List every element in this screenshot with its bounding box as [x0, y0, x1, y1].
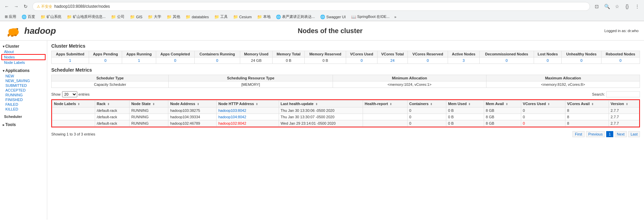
sidebar-applications-title[interactable]: Applications: [1, 68, 46, 74]
sidebar-item-about[interactable]: About: [1, 49, 46, 54]
sidebar-item-finished[interactable]: FINISHED: [1, 97, 46, 102]
url-bar[interactable]: ⚠ 不安全 hadoop103:8088/cluster/nodes: [32, 2, 590, 11]
cell-node-state-2: RUNNING: [130, 114, 168, 120]
first-page-button[interactable]: First: [572, 131, 584, 137]
bookmarks-bar: ⊞ 应用 🌐 百度 📁 矿山系统 📁 矿山地质环境信息... 📁 公司 📁 GI…: [0, 13, 644, 21]
bookmark-other[interactable]: 📁 其他: [165, 14, 182, 20]
cell-node-address-3: hadoop102:46789: [168, 120, 217, 127]
cell-node-http-3[interactable]: hadoop102:8042: [217, 120, 279, 127]
cell-containers-1: 0: [407, 107, 446, 114]
previous-page-button[interactable]: Previous: [586, 131, 605, 137]
cell-node-http-2[interactable]: hadoop104:8042: [217, 114, 279, 120]
bookmark-datatables[interactable]: 📁 datatables: [184, 14, 211, 20]
col-last-health-update[interactable]: Last health-update ⇕: [279, 100, 363, 107]
bookmark-gis[interactable]: 📁 GIS: [128, 14, 144, 20]
reload-button[interactable]: ↻: [22, 2, 30, 10]
col-node-state[interactable]: Node State ⇕: [130, 100, 168, 107]
svg-point-3: [8, 34, 9, 37]
sidebar-tools-title[interactable]: Tools: [1, 122, 46, 128]
cell-last-health-3: Wed Jan 29 23:14:01 -0500 2020: [279, 120, 363, 127]
bookmark-cesium[interactable]: 📁 Cesium: [231, 14, 254, 20]
pagination-controls: First Previous 1 Next Last: [572, 131, 640, 137]
bookmark-kuangshan-dizhi[interactable]: 📁 矿山地质环境信息...: [65, 14, 108, 20]
more-icon[interactable]: ⋮: [633, 2, 641, 10]
col-containers[interactable]: Containers ⇕: [407, 100, 446, 107]
bookmark-biaoyanshu[interactable]: 🌐 表严肃讲正则表达...: [274, 14, 317, 20]
col-mem-used[interactable]: Mem Used ⇕: [446, 100, 484, 107]
svg-point-7: [11, 35, 13, 37]
pagination-info: Showing 1 to 3 of 3 entries: [51, 132, 95, 136]
col-health-report[interactable]: Health-report ⇕: [363, 100, 408, 107]
sidebar-item-running[interactable]: RUNNING: [1, 93, 46, 97]
col-decommissioned-nodes: Decommissioned Nodes: [479, 51, 534, 57]
sidebar-cluster-title[interactable]: Cluster: [1, 43, 46, 49]
page-1-button[interactable]: 1: [606, 131, 613, 137]
col-scheduler-type: Scheduler Type: [52, 75, 169, 81]
bookmark-local[interactable]: 📁 本地: [255, 14, 273, 20]
nodes-table-highlight: Node Labels ⇕ Rack ⇕ Node State ⇕ Node A…: [51, 99, 640, 127]
sidebar-item-accepted[interactable]: ACCEPTED: [1, 88, 46, 93]
cell-last-health-1: Thu Jan 30 13:30:06 -0500 2020: [279, 107, 363, 114]
bookmark-icon[interactable]: ☆: [613, 2, 621, 10]
col-vcores-avail[interactable]: VCores Avail ⇕: [565, 100, 609, 107]
col-version[interactable]: Version ⇕: [609, 100, 639, 107]
sidebar-item-failed[interactable]: FAILED: [1, 102, 46, 107]
svg-point-5: [17, 28, 18, 29]
folder-icon-2: 📁: [67, 15, 72, 19]
bookmark-swagger[interactable]: 🌐 Swagger UI: [318, 14, 347, 20]
bookmark-company[interactable]: 📁 公司: [109, 14, 127, 20]
sidebar-item-nodes[interactable]: Nodes: [1, 54, 46, 60]
search-input[interactable]: [606, 91, 640, 97]
cell-node-http-1[interactable]: hadoop103:8042: [217, 107, 279, 114]
sidebar-item-new[interactable]: NEW: [1, 74, 46, 78]
col-node-labels[interactable]: Node Labels ⇕: [52, 100, 95, 107]
security-icon: ⚠ 不安全: [37, 4, 52, 9]
col-minimum-allocation: Minimum Allocation: [333, 75, 486, 81]
bookmark-kuangshan[interactable]: 📁 矿山系统: [38, 14, 63, 20]
app-header: hadoop Nodes of the cluster Logged in as…: [0, 21, 644, 41]
cell-vcores-used-2: 0: [521, 114, 565, 120]
more-bookmarks[interactable]: »: [394, 15, 396, 19]
cell-version-2: 2.7.7: [609, 114, 639, 120]
search-icon[interactable]: 🔍: [603, 2, 611, 10]
col-rack[interactable]: Rack ⇕: [95, 100, 129, 107]
bookmark-springboot[interactable]: 📖 SpringBoot 在IDE...: [349, 14, 392, 20]
cell-mem-used-1: 0 B: [446, 107, 484, 114]
bookmark-apps[interactable]: ⊞ 应用: [3, 14, 18, 20]
browser-actions: ⊡ 🔍 ☆ {} ⋮: [593, 2, 641, 10]
val-vcores-used: 0: [346, 57, 377, 64]
val-active-nodes[interactable]: 3: [448, 57, 479, 64]
entries-select[interactable]: 20 50 100: [62, 91, 77, 97]
sidebar-item-submitted[interactable]: SUBMITTED: [1, 83, 46, 88]
sidebar-item-node-labels[interactable]: Node Labels: [1, 60, 46, 65]
extensions-icon[interactable]: {}: [623, 2, 631, 10]
address-bar: ← → ↻ ⚠ 不安全 hadoop103:8088/cluster/nodes…: [0, 0, 644, 13]
translate-icon[interactable]: ⊡: [593, 2, 601, 10]
forward-button[interactable]: →: [12, 2, 20, 10]
back-button[interactable]: ←: [3, 2, 11, 10]
bookmark-baidu[interactable]: 🌐 百度: [20, 14, 37, 20]
cell-node-address-1: hadoop103:38275: [168, 107, 217, 114]
sidebar-item-scheduler[interactable]: Scheduler: [1, 114, 46, 119]
sidebar-item-killed[interactable]: KILLED: [1, 107, 46, 112]
cell-rack-1: /default-rack: [95, 107, 129, 114]
cell-rack-2: /default-rack: [95, 114, 129, 120]
nodes-table: Node Labels ⇕ Rack ⇕ Node State ⇕ Node A…: [52, 100, 639, 127]
cell-node-labels-1: [52, 107, 95, 114]
col-node-http-address[interactable]: Node HTTP Address ⇕: [217, 100, 279, 107]
nav-buttons: ← → ↻: [3, 2, 30, 10]
next-page-button[interactable]: Next: [615, 131, 627, 137]
col-mem-avail[interactable]: Mem Avail ⇕: [484, 100, 521, 107]
col-vcores-used[interactable]: VCores Used ⇕: [521, 100, 565, 107]
col-apps-running: Apps Running: [122, 51, 156, 57]
bookmark-tools[interactable]: 📁 工具: [212, 14, 230, 20]
cell-health-report-1: [363, 107, 408, 114]
last-page-button[interactable]: Last: [628, 131, 640, 137]
val-containers-running: 0: [194, 57, 240, 64]
sidebar-item-new-saving[interactable]: NEW_SAVING: [1, 78, 46, 83]
col-node-address[interactable]: Node Address ⇕: [168, 100, 217, 107]
show-label: Show: [51, 92, 61, 96]
col-memory-total: Memory Total: [273, 51, 305, 57]
bookmark-university[interactable]: 📁 大学: [146, 14, 163, 20]
cell-mem-avail-2: 8 GB: [484, 114, 521, 120]
